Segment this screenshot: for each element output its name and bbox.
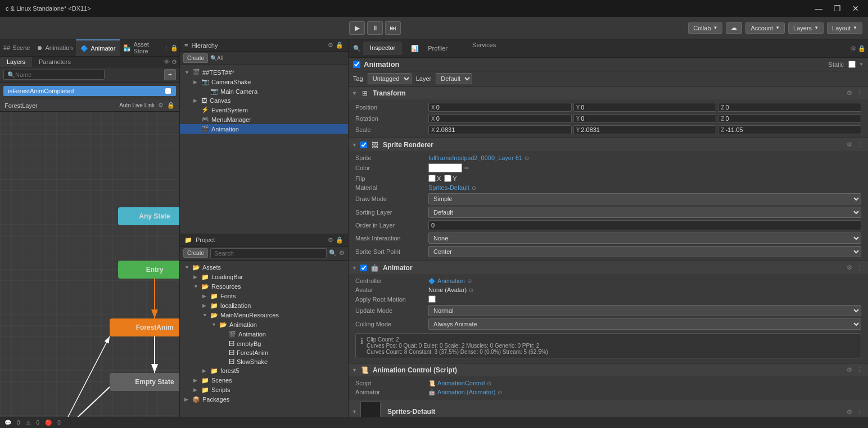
tree-item-forestanim-asset[interactable]: 🎞 ForestAnim bbox=[180, 348, 348, 357]
sprite-renderer-settings-icon[interactable]: ⚙ bbox=[845, 140, 854, 149]
sprite-sort-dropdown[interactable]: Center bbox=[428, 246, 861, 257]
tree-item-resources[interactable]: ▼ 📂 Resources bbox=[180, 282, 348, 292]
color-picker-icon[interactable]: ✏ bbox=[464, 165, 469, 171]
hierarchy-create-button[interactable]: Create bbox=[183, 53, 208, 63]
animator-tab[interactable]: Animator bbox=[91, 45, 115, 52]
tree-item-canvas[interactable]: ▶ 🖼 Canvas bbox=[180, 96, 348, 105]
tree-item-maincamera[interactable]: 📷 Main Camera bbox=[180, 86, 348, 96]
sprite-value[interactable]: fullframefrostpsd2_0000_Layer 61 bbox=[428, 154, 522, 161]
anim-control-settings-icon[interactable]: ⚙ bbox=[845, 366, 854, 374]
material-select-icon[interactable]: ⊙ bbox=[472, 185, 476, 191]
tree-item-eventsystem[interactable]: ⚡ EventSystem bbox=[180, 105, 348, 115]
project-search-icon[interactable]: 🔍 bbox=[329, 249, 337, 257]
tree-item-animation-asset[interactable]: 🎬 Animation bbox=[180, 330, 348, 339]
transform-more-icon[interactable]: ⋮ bbox=[855, 89, 865, 97]
scene-tab[interactable]: Scene bbox=[12, 44, 30, 51]
culling-mode-dropdown[interactable]: Always Animate bbox=[428, 318, 861, 330]
project-create-button[interactable]: Create bbox=[183, 248, 208, 258]
tab-services[interactable]: Services bbox=[465, 39, 503, 51]
project-lock-icon[interactable]: 🔒 bbox=[336, 236, 343, 244]
hierarchy-lock-icon[interactable]: 🔒 bbox=[336, 42, 343, 49]
controller-select-icon[interactable]: ⊙ bbox=[467, 278, 472, 284]
apply-root-checkbox[interactable] bbox=[428, 295, 436, 303]
tree-item-menumanager[interactable]: 🎮 MenuManager bbox=[180, 115, 348, 124]
avatar-select-icon[interactable]: ⊙ bbox=[469, 287, 473, 293]
animator-ref-select-icon[interactable]: ⊙ bbox=[498, 389, 502, 395]
tree-item-slowshake-asset[interactable]: 🎞 SlowShake bbox=[180, 357, 348, 366]
close-button[interactable]: ✕ bbox=[849, 3, 862, 14]
project-filter-icon[interactable]: ⚙ bbox=[339, 249, 345, 257]
project-settings-icon[interactable]: ⚙ bbox=[328, 236, 333, 244]
static-checkbox[interactable] bbox=[848, 61, 856, 68]
tree-item-animation[interactable]: 🎬 Animation bbox=[180, 124, 348, 134]
controller-value[interactable]: Animation bbox=[437, 277, 465, 284]
sprite-renderer-checkbox[interactable] bbox=[360, 142, 367, 148]
sprite-renderer-more-icon[interactable]: ⋮ bbox=[855, 140, 865, 149]
node-any-state[interactable]: Any State bbox=[118, 207, 179, 225]
anim-control-header[interactable]: ▼ 📜 Animation Control (Script) ⚙ ⋮ bbox=[349, 363, 868, 376]
play-button[interactable]: ▶ bbox=[349, 21, 365, 35]
profiler-tab-btn[interactable]: 📊 Profiler bbox=[406, 39, 459, 57]
draw-mode-dropdown[interactable]: Simple bbox=[428, 193, 861, 204]
inspector-settings-icon[interactable]: ⚙ bbox=[851, 45, 856, 52]
panel-lock-icon[interactable]: 🔒 bbox=[170, 40, 178, 55]
transform-header[interactable]: ▼ ⊞ Transform ⚙ ⋮ bbox=[349, 86, 868, 99]
add-param-button[interactable]: + bbox=[164, 69, 176, 80]
tree-item-packages[interactable]: ▶ 📦 Packages bbox=[180, 395, 348, 404]
minimize-button[interactable]: — bbox=[811, 3, 826, 14]
tag-dropdown[interactable]: Untagged bbox=[368, 73, 412, 84]
inspector-tab-btn[interactable]: 🔍 Inspector bbox=[349, 39, 406, 57]
transform-settings-icon[interactable]: ⚙ bbox=[845, 89, 854, 97]
update-mode-dropdown[interactable]: Normal bbox=[428, 305, 861, 316]
tree-item-localization[interactable]: ▶ 📁 localization bbox=[180, 301, 348, 311]
mask-interaction-dropdown[interactable]: None bbox=[428, 233, 861, 244]
hierarchy-settings-icon[interactable]: ⚙ bbox=[328, 42, 333, 49]
panel-options-icon[interactable]: ⋮ bbox=[163, 40, 169, 55]
eye-icon[interactable]: 👁 bbox=[164, 58, 170, 65]
services-tab-btn[interactable]: Services bbox=[459, 39, 509, 57]
obj-active-checkbox[interactable] bbox=[353, 61, 360, 68]
sprites-default-settings-icon[interactable]: ⚙ bbox=[845, 408, 854, 416]
account-button[interactable]: Account bbox=[745, 22, 785, 34]
animator-ref-value[interactable]: Animation (Animator) bbox=[437, 389, 495, 395]
asset-store-tab[interactable]: Asset Store bbox=[133, 41, 159, 54]
maximize-button[interactable]: ❐ bbox=[830, 3, 844, 14]
sprite-select-icon[interactable]: ⊙ bbox=[525, 155, 529, 161]
tree-item-fonts[interactable]: ▶ 📁 Fonts bbox=[180, 292, 348, 301]
project-search-input[interactable] bbox=[210, 248, 327, 258]
tree-item-animation-folder[interactable]: ▼ 📂 Animation bbox=[180, 320, 348, 330]
script-select-icon[interactable]: ⊙ bbox=[487, 380, 491, 386]
material-value[interactable]: Sprites-Default bbox=[428, 184, 469, 191]
param-search-input[interactable] bbox=[3, 70, 105, 80]
sprite-renderer-header[interactable]: ▼ 🖼 Sprite Renderer ⚙ ⋮ bbox=[349, 138, 868, 151]
animator-comp-checkbox[interactable] bbox=[360, 265, 367, 271]
script-value[interactable]: AnimationControl bbox=[437, 380, 485, 386]
tab-inspector[interactable]: Inspector bbox=[363, 42, 402, 55]
animator-comp-settings-icon[interactable]: ⚙ bbox=[845, 263, 854, 272]
tree-item-assets[interactable]: ▼ 📂 Assets bbox=[180, 263, 348, 272]
node-entry[interactable]: Entry bbox=[118, 261, 179, 279]
sorting-layer-dropdown[interactable]: Default bbox=[428, 207, 861, 218]
step-button[interactable]: ⏭ bbox=[385, 21, 401, 35]
tree-item-emptybg[interactable]: 🎞 emptyBg bbox=[180, 339, 348, 348]
color-swatch[interactable] bbox=[428, 163, 462, 172]
inspector-lock-icon[interactable]: 🔒 bbox=[858, 45, 866, 52]
tab-profiler[interactable]: Profiler bbox=[421, 42, 454, 54]
layers-button[interactable]: Layers bbox=[788, 22, 824, 34]
pause-button[interactable]: ⏸ bbox=[367, 21, 383, 35]
cloud-button[interactable]: ☁ bbox=[726, 22, 742, 34]
layer-dropdown[interactable]: Default bbox=[436, 73, 472, 84]
tree-item-camerashake[interactable]: ▶ 📷 CameraShake bbox=[180, 77, 348, 86]
node-empty-state[interactable]: Empty State bbox=[110, 373, 179, 391]
tree-item-scenes[interactable]: ▶ 📁 Scenes bbox=[180, 376, 348, 385]
tree-item-forest5[interactable]: ▶ 📁 forest5 bbox=[180, 366, 348, 376]
animator-component-header[interactable]: ▼ 🤖 Animator ⚙ ⋮ bbox=[349, 261, 868, 274]
tab-layers[interactable]: Layers bbox=[0, 57, 32, 67]
tree-item-mainmenu[interactable]: ▼ 📂 MainMenuResources bbox=[180, 311, 348, 320]
animator-canvas[interactable]: Any State Entry ForestAnim Empty State S… bbox=[0, 112, 179, 419]
collab-button[interactable]: Collab ▼ bbox=[688, 22, 722, 34]
param-checkbox[interactable] bbox=[165, 88, 171, 94]
tab-parameters[interactable]: Parameters bbox=[32, 57, 78, 67]
flip-x-checkbox[interactable] bbox=[428, 175, 436, 182]
sprites-default-more-icon[interactable]: ⋮ bbox=[855, 408, 865, 416]
